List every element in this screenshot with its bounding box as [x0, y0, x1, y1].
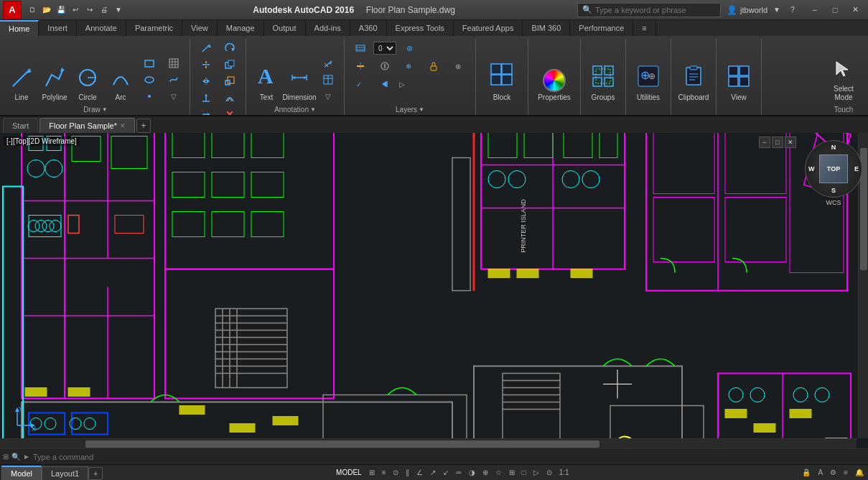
spline-button[interactable]	[162, 72, 185, 88]
status-polar[interactable]: ∥	[403, 469, 412, 476]
status-annotation[interactable]: A	[815, 469, 826, 476]
model-tab-model[interactable]: Model	[1, 466, 42, 480]
h-scroll-thumb[interactable]	[85, 440, 599, 448]
layer-match-button[interactable]	[349, 58, 372, 74]
layer-make-current[interactable]: ✓	[349, 76, 372, 92]
groups-button[interactable]: Groups	[585, 52, 621, 104]
help-btn[interactable]: ?	[786, 4, 799, 17]
polyline-button[interactable]: Polyline	[39, 52, 70, 104]
status-workspace[interactable]: ⚙	[827, 469, 839, 476]
move-button[interactable]	[195, 40, 218, 56]
properties-group-label[interactable]	[554, 106, 556, 114]
viewport-label[interactable]: [-][Top][2D Wireframe]	[4, 137, 80, 146]
leader-button[interactable]	[317, 55, 340, 71]
cmd-expand-icon[interactable]: ⊞	[3, 453, 9, 461]
status-snap[interactable]: ≡	[379, 469, 389, 476]
hatch-button[interactable]	[162, 55, 185, 71]
user-menu[interactable]: ▼	[770, 4, 783, 17]
utilities-group-label[interactable]	[648, 106, 650, 114]
tab-a360[interactable]: A360	[350, 20, 387, 36]
arc-button[interactable]: Arc	[105, 52, 136, 104]
status-qprop[interactable]: ⊕	[480, 469, 491, 476]
qa-redo[interactable]: ↪	[83, 4, 96, 17]
status-ui[interactable]: ≡	[841, 469, 851, 476]
ellipse-button[interactable]	[138, 72, 161, 88]
minimize-btn[interactable]: −	[805, 0, 825, 20]
layer-lock-button[interactable]	[422, 58, 445, 74]
layer-dropdown[interactable]: 0	[373, 42, 396, 55]
close-btn[interactable]: ✕	[845, 0, 865, 20]
layers-group-label[interactable]: Layers ▼	[396, 106, 424, 114]
status-3dosnap[interactable]: ⊞	[506, 469, 518, 476]
tab-home[interactable]: Home	[0, 20, 39, 36]
nav-cube[interactable]: N S E W TOP WCS	[805, 140, 862, 212]
tab-insert[interactable]: Insert	[39, 20, 77, 36]
draw-group-label[interactable]: Draw ▼	[83, 106, 107, 114]
block-group-label[interactable]	[501, 106, 503, 114]
status-dynmode[interactable]: ▷	[531, 469, 542, 476]
status-ducs[interactable]: ↙	[440, 469, 452, 476]
status-otrack[interactable]: ↗	[427, 469, 439, 476]
tab-manage[interactable]: Manage	[218, 20, 264, 36]
status-dynucs[interactable]: □	[519, 469, 529, 476]
view-button[interactable]: View	[721, 52, 757, 104]
new-tab-button[interactable]: +	[136, 119, 151, 133]
trim-button[interactable]	[195, 57, 218, 73]
region-button[interactable]: ▽	[162, 88, 185, 104]
view-group-label[interactable]	[738, 106, 740, 114]
vp-close[interactable]: ✕	[785, 137, 796, 148]
circle-button[interactable]: Circle	[72, 52, 103, 104]
status-notif[interactable]: 🔔	[852, 469, 867, 476]
mirror-button[interactable]	[195, 73, 218, 89]
tab-bim360[interactable]: BIM 360	[523, 20, 570, 36]
groups-group-label[interactable]	[602, 106, 605, 114]
cmd-search-icon[interactable]: 🔍	[11, 453, 20, 461]
select-mode-button[interactable]: SelectMode	[825, 52, 862, 104]
nav-top-label[interactable]: TOP	[819, 154, 848, 183]
qa-new[interactable]: 🗋	[26, 4, 39, 17]
tab-view[interactable]: View	[182, 20, 218, 36]
text-button[interactable]: A Text	[251, 52, 282, 104]
clipboard-group-label[interactable]	[693, 106, 695, 114]
properties-button[interactable]: Properties	[533, 52, 576, 104]
utilities-button[interactable]: ⊕ ⊕ Utilities	[630, 52, 666, 104]
status-adcinput[interactable]: ⊙	[543, 469, 555, 476]
line-button[interactable]: Line	[6, 52, 37, 104]
block-button[interactable]: Block	[480, 52, 523, 104]
tab-express[interactable]: Express Tools	[387, 20, 454, 36]
clipboard-button[interactable]: Clipboard	[676, 52, 711, 104]
tab-addins[interactable]: Add-ins	[306, 20, 350, 36]
doc-tab-start[interactable]: Start	[3, 118, 38, 133]
qa-open[interactable]: 📂	[40, 4, 53, 17]
tab-output[interactable]: Output	[264, 20, 306, 36]
status-coord[interactable]: 1:1	[556, 469, 572, 476]
rectangle-button[interactable]	[138, 55, 161, 71]
tab-featured[interactable]: Featured Apps	[454, 20, 523, 36]
maximize-btn[interactable]: □	[825, 0, 845, 20]
layer-off-button[interactable]	[373, 58, 396, 74]
table-button[interactable]	[317, 72, 340, 88]
layer-props-icon[interactable]: ⚙	[398, 40, 421, 56]
tab-more[interactable]: ≡	[633, 20, 655, 36]
canvas-area[interactable]: PRINTER ISLAND	[0, 133, 868, 448]
doc-tab-close-btn[interactable]: ✕	[120, 122, 126, 129]
model-new-layout[interactable]: +	[88, 467, 103, 480]
vp-minimize[interactable]: −	[759, 137, 770, 148]
dimension-button[interactable]: Dimension	[284, 52, 315, 104]
annotation-group-label[interactable]: Annotation ▼	[274, 106, 316, 114]
status-osnap[interactable]: ∠	[414, 469, 426, 476]
cmd-input[interactable]	[33, 453, 865, 461]
qa-undo[interactable]: ↩	[69, 4, 82, 17]
qa-more[interactable]: ▼	[112, 4, 125, 17]
status-transparency[interactable]: ◑	[466, 469, 478, 476]
stretch-button[interactable]	[195, 90, 218, 106]
annotation-more[interactable]: ▽	[317, 88, 340, 104]
layer-previous[interactable]	[373, 76, 396, 92]
qa-save[interactable]: 💾	[55, 4, 67, 17]
layer-manager-button[interactable]	[349, 40, 372, 56]
qa-print[interactable]: 🖨	[98, 4, 111, 17]
point-button[interactable]	[138, 88, 161, 104]
status-model[interactable]: MODEL	[333, 469, 365, 476]
h-scrollbar[interactable]	[0, 438, 857, 448]
status-sel-cycle[interactable]: ☆	[493, 469, 505, 476]
